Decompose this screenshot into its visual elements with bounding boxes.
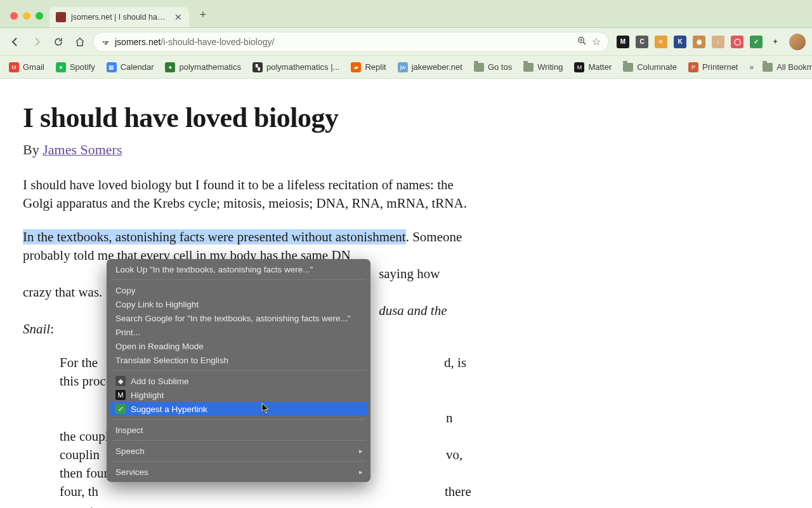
bookmark-star-icon[interactable]: ☆ [592, 36, 601, 48]
bookmark-label: Printernet [702, 62, 738, 72]
submenu-arrow-icon: ▸ [359, 468, 363, 476]
bookmark-label: Matter [588, 62, 612, 72]
bookmark-label: Columnate [637, 62, 677, 72]
puzzle-extension-icon[interactable]: ✦ [769, 36, 782, 48]
new-tab-button[interactable]: + [194, 6, 212, 23]
c-ext-extension-icon[interactable]: C [636, 36, 648, 48]
spotify-icon: ● [56, 62, 66, 72]
ctx-suggest-hyperlink[interactable]: ✓Suggest a Hyperlink [109, 402, 368, 416]
ctx-inspect[interactable]: Inspect [107, 423, 370, 437]
calendar-icon: ▦ [107, 62, 117, 72]
tab-strip: jsomers.net | I should have lo ✕ + [0, 0, 812, 28]
submenu-arrow-icon: ▸ [359, 447, 363, 455]
bookmark-label: Gmail [23, 62, 44, 72]
bookmark-printernet[interactable]: PPrinternet [688, 62, 738, 72]
bookmark-label: Spotify [70, 62, 95, 72]
gmail-icon: M [9, 62, 19, 72]
ctx-services[interactable]: Services▸ [107, 465, 370, 479]
bookmark-label: polymathematics [179, 62, 241, 72]
browser-tab[interactable]: jsomers.net | I should have lo ✕ [49, 7, 189, 27]
zoom-icon[interactable] [577, 36, 587, 48]
check-extension-icon[interactable]: ✓ [750, 36, 763, 48]
bookmark-matter-bm[interactable]: MMatter [574, 62, 612, 72]
printernet-icon: P [688, 62, 698, 72]
reload-button[interactable] [49, 33, 67, 51]
ctx-separator [112, 370, 365, 371]
books-extension-icon[interactable]: ≡ [655, 36, 667, 48]
bookmark-writing[interactable]: Writing [523, 62, 563, 72]
site-info-icon[interactable] [101, 37, 110, 46]
bookmark-replit[interactable]: ▰Replit [351, 62, 386, 72]
window-controls [5, 12, 49, 27]
sublime-icon: ◆ [115, 376, 126, 386]
ctx-copy[interactable]: Copy [107, 283, 370, 297]
check-icon: ✓ [115, 404, 126, 414]
bookmarks-overflow-chevron[interactable]: » [749, 63, 754, 72]
tab-favicon [56, 12, 66, 22]
byline-by: By [23, 142, 43, 157]
toolbar: jsomers.net/i-should-have-loved-biology/… [0, 28, 812, 56]
bookmark-polymathematics2[interactable]: ▚polymathematics |... [252, 62, 339, 72]
folder-icon [474, 63, 484, 72]
minimize-window-button[interactable] [23, 12, 30, 20]
bookmark-jakeweber[interactable]: jwjakeweber.net [398, 62, 462, 72]
polymathematics2-icon: ▚ [252, 62, 263, 72]
stack-extension-icon[interactable]: ◉ [693, 36, 705, 48]
selected-text: In the textbooks, astonishing facts were… [23, 229, 406, 244]
bookmark-polymathematics[interactable]: ●polymathematics [165, 62, 241, 72]
jakeweber-icon: jw [398, 62, 408, 72]
bookmark-columnate[interactable]: Columnate [623, 62, 677, 72]
tab-close-button[interactable]: ✕ [174, 13, 183, 22]
all-bookmarks-label: All Bookma [776, 62, 812, 72]
svg-rect-1 [105, 41, 108, 43]
back-button[interactable] [6, 33, 24, 51]
svg-point-0 [103, 41, 104, 42]
context-menu: Look Up "In the textbooks, astonishing f… [107, 259, 370, 482]
author-link[interactable]: James Somers [43, 142, 122, 157]
home-button[interactable] [71, 33, 89, 51]
forward-button[interactable] [28, 33, 46, 51]
ctx-copy-link-highlight[interactable]: Copy Link to Highlight [107, 297, 370, 311]
ctx-separator [112, 440, 365, 441]
replit-icon: ▰ [351, 62, 361, 72]
bookmark-label: Replit [365, 62, 386, 72]
down-extension-icon[interactable]: ↓ [712, 36, 724, 48]
bookmark-gotos[interactable]: Go tos [474, 62, 512, 72]
matter-bm-icon: M [574, 62, 584, 72]
byline: By James Somers [23, 142, 472, 158]
bookmark-spotify[interactable]: ●Spotify [56, 62, 95, 72]
ctx-speech[interactable]: Speech▸ [107, 444, 370, 458]
extension-icons: MC≡K◉↓◯✓✦ [613, 36, 785, 48]
k-ext-extension-icon[interactable]: K [674, 36, 686, 48]
paragraph-1: I should have loved biology but I found … [23, 176, 472, 213]
bookmark-calendar[interactable]: ▦Calendar [107, 62, 154, 72]
ctx-separator [112, 461, 365, 462]
ctx-search-google[interactable]: Search Google for "In the textbooks, ast… [107, 311, 370, 325]
close-window-button[interactable] [10, 12, 18, 20]
all-bookmarks-button[interactable]: All Bookma [763, 62, 812, 72]
ctx-print[interactable]: Print... [107, 325, 370, 339]
ctx-separator [112, 419, 365, 420]
ctx-separator [112, 279, 365, 280]
folder-icon [763, 63, 773, 72]
bookmark-label: Calendar [121, 62, 154, 72]
address-bar[interactable]: jsomers.net/i-should-have-loved-biology/… [93, 32, 609, 52]
bookmark-label: Writing [537, 62, 563, 72]
ctx-reading-mode[interactable]: Open in Reading Mode [107, 339, 370, 353]
ctx-add-to-sublime[interactable]: ◆Add to Sublime [107, 374, 370, 388]
profile-avatar[interactable] [789, 34, 806, 50]
tab-title: jsomers.net | I should have lo [71, 13, 169, 22]
ctx-lookup[interactable]: Look Up "In the textbooks, astonishing f… [107, 262, 370, 276]
ctx-highlight[interactable]: MHighlight [107, 388, 370, 402]
article-title: I should have loved biology [23, 102, 472, 134]
p2-rest-c-after: : [50, 321, 54, 337]
matter-extension-icon[interactable]: M [617, 36, 629, 48]
bookmark-gmail[interactable]: MGmail [9, 62, 44, 72]
maximize-window-button[interactable] [36, 12, 43, 20]
folder-icon [623, 63, 633, 72]
ctx-translate[interactable]: Translate Selection to English [107, 353, 370, 367]
bookmark-label: Go tos [488, 62, 512, 72]
svg-line-4 [583, 42, 586, 44]
rec-extension-icon[interactable]: ◯ [731, 36, 743, 48]
polymathematics-icon: ● [165, 62, 175, 72]
